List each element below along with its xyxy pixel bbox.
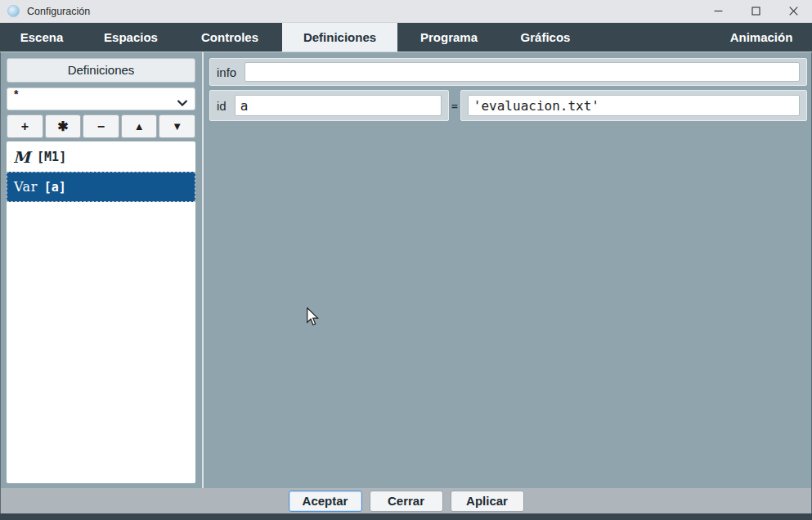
close-button[interactable]: [774, 0, 812, 22]
list-item-matrix[interactable]: M [M1]: [7, 141, 195, 172]
item-token: [a]: [44, 180, 66, 195]
tab-programa[interactable]: Programa: [414, 23, 484, 52]
configuration-window: Configuración Escena Espacios Controles …: [0, 0, 812, 520]
id-field-group: id: [209, 90, 449, 121]
definitions-toolbar: + ✱ − ▲ ▼: [7, 114, 195, 138]
definition-filter-dropdown[interactable]: *: [7, 87, 195, 110]
close-icon: [789, 7, 798, 16]
list-item-variable[interactable]: Var [a]: [7, 172, 195, 202]
definition-editor: info id =: [204, 52, 812, 488]
chevron-down-icon: [177, 95, 188, 110]
equals-sign: =: [451, 100, 458, 112]
definitions-list: M [M1] Var [a]: [7, 141, 195, 483]
window-title: Configuración: [27, 6, 90, 17]
id-label: id: [217, 99, 227, 113]
info-field-group: info: [209, 58, 807, 86]
item-token: [M1]: [37, 150, 66, 164]
minimize-button[interactable]: [699, 0, 737, 22]
plus-icon: +: [21, 119, 29, 134]
expression-input[interactable]: [468, 95, 800, 116]
mouse-pointer: [306, 307, 319, 327]
dialog-footer: Aceptar Cerrar Aplicar: [0, 488, 812, 513]
tab-bar: Escena Espacios Controles Definiciones P…: [0, 23, 812, 52]
accept-button[interactable]: Aceptar: [289, 491, 362, 512]
add-button[interactable]: +: [7, 114, 43, 138]
move-up-button[interactable]: ▲: [121, 114, 158, 138]
tab-controles[interactable]: Controles: [194, 23, 266, 52]
definitions-panel: Definiciones * + ✱ − ▲ ▼ M [M1]: [0, 52, 202, 488]
content-area: Definiciones * + ✱ − ▲ ▼ M [M1]: [0, 52, 812, 488]
panel-title: Definiciones: [7, 58, 195, 83]
maximize-button[interactable]: [737, 0, 774, 22]
dropdown-value: *: [14, 88, 18, 100]
asterisk-icon: ✱: [57, 119, 68, 134]
id-expression-row: id =: [209, 90, 807, 121]
minimize-icon: [714, 7, 723, 16]
maximize-icon: [751, 7, 760, 16]
apply-button[interactable]: Aplicar: [451, 491, 524, 512]
triangle-down-icon: ▼: [172, 120, 182, 132]
window-controls: [699, 0, 812, 22]
move-down-button[interactable]: ▼: [159, 114, 195, 138]
id-input[interactable]: [235, 95, 442, 116]
item-type-label: Var: [14, 179, 38, 195]
info-label: info: [217, 65, 236, 79]
tab-animacion[interactable]: Animación: [725, 23, 797, 52]
expression-field-group: [460, 90, 807, 121]
triangle-up-icon: ▲: [134, 120, 145, 132]
title-bar: Configuración: [0, 0, 812, 23]
window-bottom-edge: [0, 513, 812, 520]
info-input[interactable]: [244, 62, 800, 82]
tab-escena[interactable]: Escena: [7, 23, 77, 52]
tab-espacios[interactable]: Espacios: [95, 23, 167, 52]
tab-definiciones[interactable]: Definiciones: [282, 23, 397, 52]
remove-button[interactable]: −: [83, 114, 119, 138]
wildcard-button[interactable]: ✱: [45, 114, 82, 138]
close-dialog-button[interactable]: Cerrar: [370, 491, 443, 512]
tab-graficos[interactable]: Gráficos: [510, 23, 581, 52]
item-type-label: M: [13, 148, 30, 166]
minus-icon: −: [97, 119, 105, 134]
app-icon: [7, 5, 20, 17]
